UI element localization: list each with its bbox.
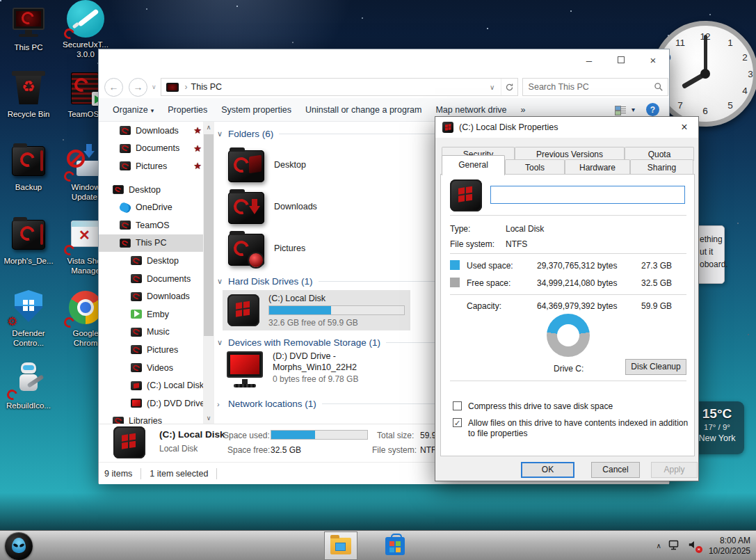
sidebar-item-this-pc[interactable]: This PC: [99, 234, 214, 253]
this-pc-icon: [166, 83, 179, 92]
clock-center: [700, 69, 710, 79]
chevron-down-icon[interactable]: ∨: [217, 129, 228, 138]
back-button[interactable]: ←: [104, 78, 123, 97]
desktop-icon-morphs-desktop[interactable]: Morph's_De...: [1, 216, 56, 266]
tab-sharing[interactable]: Sharing: [630, 159, 693, 175]
folder-icon: [120, 126, 131, 135]
sidebar-item-music[interactable]: Music: [99, 323, 214, 342]
dvd-free-space: 0 bytes free of 9.78 GB: [273, 374, 358, 384]
drive-item-c-selected[interactable]: (C:) Local Disk 32.6 GB free of 59.9 GB: [223, 290, 410, 330]
folder-icon: [131, 345, 142, 354]
folder-item-downloads[interactable]: Downloads: [228, 192, 317, 224]
tab-quota[interactable]: Quota: [625, 147, 694, 161]
chevron-right-icon[interactable]: ›: [217, 400, 228, 408]
scroll-up-icon[interactable]: ∧: [203, 122, 214, 133]
change-view-icon[interactable]: [615, 105, 626, 115]
tab-tools[interactable]: Tools: [505, 159, 565, 175]
tray-overflow-chevron-icon[interactable]: ∧: [657, 542, 661, 550]
help-icon[interactable]: ?: [646, 103, 659, 116]
compress-checkbox-label[interactable]: Compress this drive to save disk space: [468, 401, 693, 412]
sidebar-item-libraries[interactable]: Libraries: [99, 413, 214, 424]
address-bar[interactable]: › This PC ∨: [161, 78, 518, 96]
chevron-down-icon[interactable]: ∨: [217, 277, 228, 286]
volume-muted-tray-icon[interactable]: ×: [688, 540, 699, 552]
scroll-down-icon[interactable]: ∨: [203, 413, 214, 424]
search-icon[interactable]: [650, 82, 668, 92]
folder-icon: [120, 161, 131, 170]
breadcrumb[interactable]: This PC: [191, 82, 222, 92]
forward-button[interactable]: →: [129, 78, 147, 97]
sidebar-item-documents-pinned[interactable]: Documents★: [99, 140, 214, 158]
tray-clock[interactable]: 8:00 AM 10/20/2025: [709, 536, 750, 557]
address-dropdown-chevron-icon[interactable]: ∨: [484, 79, 501, 95]
system-properties-command[interactable]: System properties: [221, 105, 291, 115]
sidebar-item-pictures-child[interactable]: Pictures: [99, 341, 214, 359]
dialog-close-icon[interactable]: ×: [676, 120, 693, 135]
folder-icon: [120, 144, 131, 153]
sidebar-scrollbar[interactable]: ∧ ∨: [203, 122, 214, 424]
view-dropdown-caret-icon[interactable]: ▾: [632, 106, 635, 113]
tab-general[interactable]: General: [442, 155, 505, 175]
sidebar-item-onedrive[interactable]: OneDrive: [99, 198, 214, 216]
sidebar-item-emby[interactable]: Emby: [99, 305, 214, 323]
cancel-button[interactable]: Cancel: [591, 462, 640, 478]
dvd-name-line1: (D:) DVD Drive -: [273, 351, 336, 361]
defender-shield-icon: ⚙: [10, 289, 47, 326]
sidebar-item-teamos[interactable]: TeamOS: [99, 216, 214, 234]
folder-icon: [120, 221, 131, 230]
index-checkbox-label[interactable]: Allow files on this drive to have conten…: [468, 418, 693, 439]
organize-menu[interactable]: Organize▾: [113, 105, 154, 115]
sidebar-item-downloads-child[interactable]: Downloads: [99, 287, 214, 305]
map-network-drive-command[interactable]: Map network drive: [435, 105, 506, 115]
compress-checkbox[interactable]: [453, 401, 462, 410]
sidebar-item-c-drive[interactable]: (C:) Local Disk: [99, 376, 214, 394]
tab-previous-versions[interactable]: Previous Versions: [515, 147, 625, 161]
ok-button[interactable]: OK: [521, 462, 574, 478]
search-box[interactable]: [522, 78, 668, 96]
sidebar-item-dvd-drive[interactable]: (D:) DVD Drive -: [99, 394, 214, 413]
uninstall-command[interactable]: Uninstall or change a program: [305, 105, 421, 115]
minimize-button[interactable]: –: [573, 49, 605, 70]
sidebar-item-desktop-child[interactable]: Desktop: [99, 252, 214, 270]
chevron-down-icon[interactable]: ∨: [217, 338, 228, 347]
sidebar-item-videos[interactable]: Videos: [99, 359, 214, 377]
recent-locations-chevron-icon[interactable]: ∨: [152, 83, 156, 90]
tab-hardware[interactable]: Hardware: [565, 159, 630, 175]
file-explorer-icon: [330, 538, 351, 554]
folder-item-pictures[interactable]: Pictures: [228, 234, 305, 266]
drive-usage-bar: [268, 305, 405, 315]
used-space-label: Used space:: [467, 261, 513, 271]
dialog-titlebar[interactable]: (C:) Local Disk Properties: [435, 117, 698, 138]
index-checkbox[interactable]: ✓: [453, 418, 462, 427]
drive-item-dvd[interactable]: (D:) DVD Drive - Morphs_Win10_22H2 0 byt…: [227, 351, 421, 394]
refresh-icon[interactable]: [501, 79, 517, 95]
start-button[interactable]: [5, 532, 33, 560]
maximize-button[interactable]: [605, 49, 637, 70]
explorer-titlebar[interactable]: – ×: [99, 49, 669, 76]
desktop-icon-this-pc[interactable]: This PC: [1, 3, 56, 52]
sidebar-item-documents-child[interactable]: Documents: [99, 270, 214, 288]
sidebar-item-pictures-pinned[interactable]: Pictures★: [99, 157, 214, 175]
c-drive-icon: [442, 122, 453, 133]
folder-item-desktop[interactable]: Desktop: [228, 150, 306, 182]
network-tray-icon[interactable]: [668, 540, 681, 552]
sidebar-item-desktop[interactable]: Desktop: [99, 181, 214, 199]
taskbar-file-explorer[interactable]: [324, 531, 357, 560]
desktop-icon-rebuildicons[interactable]: RebuildIco...: [1, 361, 56, 410]
taskbar-microsoft-store[interactable]: [378, 531, 412, 560]
free-space-label: Free space:: [467, 278, 510, 288]
apply-button[interactable]: Apply: [651, 462, 698, 478]
search-input[interactable]: [523, 82, 650, 92]
sidebar-item-downloads-pinned[interactable]: Downloads★: [99, 122, 214, 140]
volume-label-input[interactable]: [490, 186, 685, 204]
clock-number: 4: [742, 86, 748, 96]
toolbar-overflow-chevron[interactable]: »: [521, 105, 526, 115]
scrollbar-thumb[interactable]: [204, 134, 214, 336]
desktop-icon-backup[interactable]: Backup: [1, 143, 56, 192]
disk-cleanup-button[interactable]: Disk Cleanup: [625, 359, 686, 375]
pin-star-icon: ★: [193, 143, 202, 154]
close-button[interactable]: ×: [637, 49, 669, 70]
properties-command[interactable]: Properties: [168, 105, 207, 115]
desktop-icon-defender-control[interactable]: ⚙ DefenderContro...: [1, 289, 56, 348]
desktop-icon-recycle-bin[interactable]: ♻ Recycle Bin: [1, 70, 56, 119]
